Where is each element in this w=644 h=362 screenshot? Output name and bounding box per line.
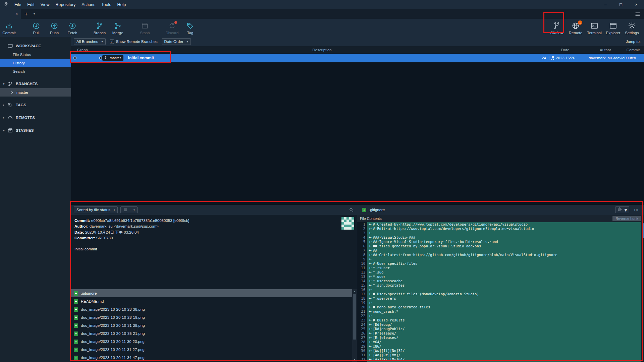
diff-line-number: 2 — [357, 227, 367, 231]
toolbar-branch-button[interactable]: Branch — [91, 19, 109, 37]
show-remote-branches-option[interactable]: ✓ Show Remote Branches — [110, 40, 158, 44]
file-row-readme-md[interactable]: +README.md — [71, 297, 352, 305]
sidebar-section-stashes[interactable]: ▸STASHES — [0, 126, 71, 135]
branch-icon — [96, 22, 104, 30]
tab-list-dropdown-caret[interactable]: ▾ — [32, 9, 37, 19]
file-contents-tab[interactable]: File Contents — [360, 217, 382, 221]
diff-file-name: .gitignore — [369, 208, 385, 212]
column-header-author[interactable]: Author — [589, 46, 622, 53]
file-list-scrollbar[interactable]: ▲ ▼ — [352, 289, 357, 362]
diff-line: 7+·## — [357, 248, 644, 253]
toolbar-pull-button[interactable]: Pull — [27, 19, 45, 37]
diff-line: 24+·[Dd]ebug/ — [357, 322, 644, 327]
toolbar-remote-button[interactable]: 1Remote — [566, 19, 585, 37]
scroll-down-icon[interactable]: ▼ — [354, 357, 356, 362]
toolbar-tag-button[interactable]: Tag — [181, 19, 199, 37]
close-button[interactable]: × — [629, 0, 644, 9]
menu-help[interactable]: Help — [114, 0, 129, 9]
jump-to-label: Jump to: — [626, 40, 641, 44]
toolbar-discard-button[interactable]: Discard — [163, 19, 181, 37]
sidebar-section-branches[interactable]: ▾BRANCHES — [0, 79, 71, 88]
meta-commit: Commit: e090fcb7a8fc691b934f1b789738fb1e… — [74, 218, 354, 224]
file-row-gitignore[interactable]: +.gitignore — [71, 289, 352, 297]
show-remote-checkbox[interactable]: ✓ — [110, 40, 114, 44]
toolbar-git-flow-button[interactable]: Git-flow — [547, 19, 566, 37]
sidebar-section-remotes[interactable]: ▸REMOTES — [0, 113, 71, 122]
repository-tab[interactable]: × — [0, 9, 21, 19]
sidebar-section-tags[interactable]: ▸TAGS — [0, 101, 71, 109]
file-added-icon: + — [74, 348, 78, 352]
scroll-up-icon[interactable]: ▲ — [354, 289, 356, 294]
file-row-doc-image-2023-10-20-11-34-47-png[interactable]: +doc_image/2023-10-20-11-34-47.png — [71, 354, 352, 362]
column-header-description[interactable]: Description — [102, 46, 542, 53]
search-icon[interactable] — [349, 207, 354, 213]
column-header-graph[interactable]: Graph — [71, 46, 102, 53]
commit-row[interactable]: masterInitial commit24 十月 2023 15:26dave… — [71, 54, 644, 62]
menu-repository[interactable]: Repository — [53, 0, 79, 9]
reverse-hunk-button[interactable]: Reverse hunk — [612, 216, 641, 221]
toolbar-terminal-button[interactable]: Terminal — [585, 19, 604, 37]
chevron-right-icon: ▸ — [0, 103, 7, 107]
toolbar-push-button[interactable]: Push — [45, 19, 63, 37]
sidebar-item-master[interactable]: master — [0, 88, 71, 97]
minimize-button[interactable]: – — [598, 0, 613, 9]
diff-line-number: 26 — [357, 331, 367, 336]
diff-line-number: 25 — [357, 327, 367, 331]
sidebar-item-search[interactable]: Search — [0, 67, 71, 75]
diff-line-number: 23 — [357, 318, 367, 322]
menu-actions[interactable]: Actions — [78, 0, 98, 9]
file-sort-dropdown[interactable]: Sorted by file status ▾ — [74, 206, 118, 213]
column-header-date[interactable]: Date — [542, 46, 589, 53]
detail-body: Commit: e090fcb7a8fc691b934f1b789738fb1e… — [71, 215, 644, 362]
sort-order-dropdown[interactable]: Date Order ▾ — [162, 38, 191, 45]
diff-line: 32+·[Aa][Rr][Mm]64/ — [357, 357, 644, 362]
diff-options-dropdown[interactable]: ▾ — [615, 206, 629, 213]
diff-line-number: 13 — [357, 275, 367, 279]
menu-tools[interactable]: Tools — [98, 0, 114, 9]
file-row-doc-image-2023-10-20-11-31-27-png[interactable]: +doc_image/2023-10-20-11-31-27.png — [71, 346, 352, 354]
toolbar-explorer-button[interactable]: Explorer — [604, 19, 623, 37]
toolbar-commit-button[interactable]: Commit — [0, 19, 18, 37]
chevron-down-icon: ▾ — [102, 40, 103, 43]
more-options-button[interactable]: ••• — [632, 206, 641, 213]
file-added-icon: + — [74, 331, 78, 336]
toolbar-stash-button[interactable]: Stash — [136, 19, 154, 37]
file-row-doc-image-2023-10-20-10-35-21-png[interactable]: +doc_image/2023-10-20-10-35-21.png — [71, 329, 352, 338]
diff-scrollbar-thumb[interactable] — [642, 223, 644, 238]
sidebar-item-file-status[interactable]: File Status — [0, 50, 71, 59]
menu-file[interactable]: File — [11, 0, 24, 9]
dot-icon — [9, 90, 14, 95]
chevron-down-icon: ▾ — [624, 207, 627, 213]
diff-line-number: 5 — [357, 240, 367, 244]
file-row-doc-image-2023-10-20-11-30-23-png[interactable]: +doc_image/2023-10-20-11-30-23.png — [71, 338, 352, 346]
file-added-icon: + — [74, 340, 78, 344]
column-header-commit[interactable]: Commit — [622, 46, 644, 53]
menu-view[interactable]: View — [38, 0, 53, 9]
sidebar-item-history[interactable]: History — [0, 59, 71, 67]
diff-line: 31+·[Aa][Rr][Mm]/ — [357, 353, 644, 357]
file-row-doc-image-2023-10-20-10-23-38-png[interactable]: +doc_image/2023-10-20-10-23-38.png — [71, 305, 352, 313]
tab-close-icon[interactable]: × — [15, 12, 18, 16]
diff-line: 30+·[Ww][Ii][Nn]32/ — [357, 349, 644, 353]
diff-line-number: 6 — [357, 244, 367, 248]
diff-line-number: 3 — [357, 231, 367, 235]
file-row-doc-image-2023-10-20-10-31-38-png[interactable]: +doc_image/2023-10-20-10-31-38.png — [71, 321, 352, 329]
diff-line-number: 7 — [357, 248, 367, 253]
new-tab-button[interactable]: + — [21, 9, 32, 19]
diff-line-number: 10 — [357, 261, 367, 266]
sidebar-section-workspace[interactable]: WORKSPACE — [0, 42, 71, 50]
toolbar-settings-button[interactable]: Settings — [623, 19, 641, 37]
file-row-doc-image-2023-10-20-10-28-19-png[interactable]: +doc_image/2023-10-20-10-28-19.png — [71, 313, 352, 321]
menu-edit[interactable]: Edit — [24, 0, 38, 9]
graph-commit-dot — [73, 57, 76, 60]
view-options-dropdown[interactable]: ▾ — [120, 206, 138, 213]
branch-filter-dropdown[interactable]: All Branches ▾ — [74, 38, 106, 45]
hamburger-menu-icon[interactable] — [635, 11, 641, 17]
diff-scrollbar[interactable] — [641, 222, 644, 362]
toolbar-fetch-button[interactable]: Fetch — [63, 19, 82, 37]
diff-line-number: 18 — [357, 296, 367, 301]
maximize-button[interactable]: □ — [613, 0, 629, 9]
scrollbar-thumb[interactable] — [353, 294, 356, 340]
toolbar-merge-button[interactable]: Merge — [109, 19, 127, 37]
sourcetree-logo-icon — [3, 2, 9, 8]
